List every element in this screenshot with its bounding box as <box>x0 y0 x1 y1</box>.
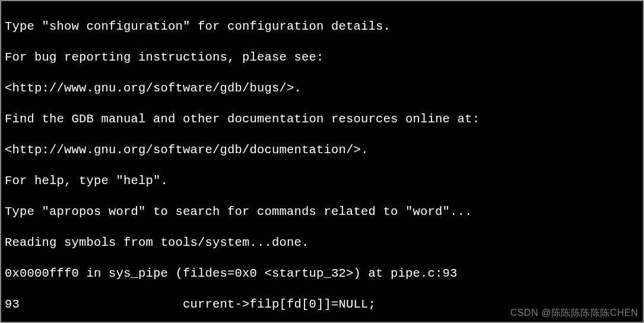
terminal-line: Find the GDB manual and other documentat… <box>5 112 639 127</box>
terminal-line: For help, type "help". <box>5 173 639 189</box>
terminal-line: Type "show configuration" for configurat… <box>5 19 639 34</box>
terminal-line: 93 current->filp[fd[0]]=NULL; <box>5 297 639 312</box>
terminal-line: <http://www.gnu.org/software/gdb/documen… <box>5 142 639 158</box>
terminal-line: For bug reporting instructions, please s… <box>5 50 639 65</box>
terminal-line: Reading symbols from tools/system...done… <box>5 235 639 251</box>
terminal-line: <http://www.gnu.org/software/gdb/bugs/>. <box>5 81 639 96</box>
terminal-line: Type "apropos word" to search for comman… <box>5 204 639 220</box>
gdb-terminal[interactable]: Type "show configuration" for configurat… <box>0 0 644 323</box>
terminal-line: 0x0000fff0 in sys_pipe (fildes=0x0 <star… <box>5 266 639 281</box>
